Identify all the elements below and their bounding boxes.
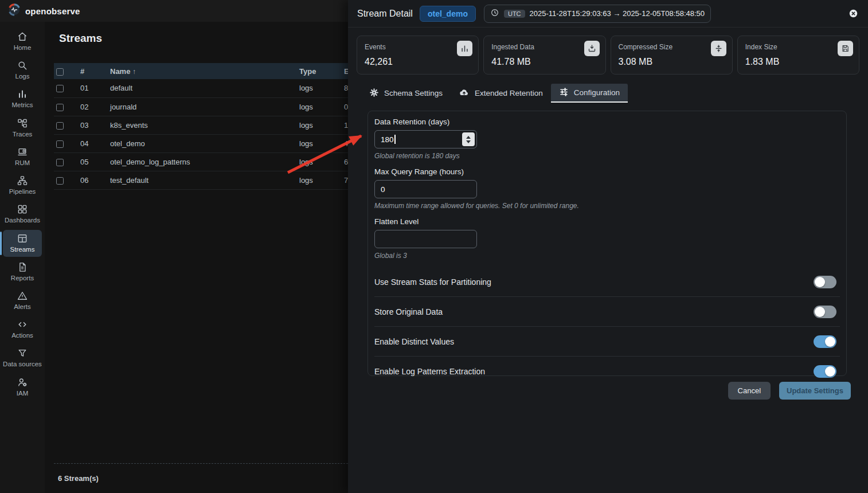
row-checkbox[interactable] bbox=[56, 85, 64, 92]
col-type[interactable]: Type bbox=[297, 63, 342, 79]
number-stepper[interactable] bbox=[462, 132, 475, 146]
search-icon bbox=[17, 60, 28, 71]
col-events[interactable]: Events bbox=[342, 63, 348, 79]
max-query-range-field bbox=[374, 180, 477, 198]
stat-label: Ingested Data bbox=[491, 41, 597, 51]
table-header-row: # Name ↑ Type Events bbox=[54, 63, 348, 79]
sidebar-item-dashboards[interactable]: Dashboards bbox=[3, 201, 42, 228]
sidebar-item-logs[interactable]: Logs bbox=[3, 57, 42, 84]
brand-logo[interactable]: openobserve bbox=[8, 3, 80, 18]
sidebar-item-streams[interactable]: Streams bbox=[3, 230, 42, 257]
sidebar-item-reports[interactable]: Reports bbox=[3, 259, 42, 285]
time-range-text: 2025-11-28T15:29:03:63 → 2025-12-05T08:5… bbox=[530, 9, 705, 18]
streams-table-icon bbox=[17, 233, 28, 244]
stream-detail-panel: Stream Detail otel_demo UTC 2025-11-28T1… bbox=[348, 0, 868, 493]
table-row[interactable]: 06 test_default logs 7 bbox=[54, 171, 348, 189]
col-name[interactable]: Name ↑ bbox=[108, 63, 297, 79]
toggle-row-stream-stats: Use Stream Stats for Partitioning bbox=[374, 267, 840, 297]
row-index: 04 bbox=[78, 134, 108, 152]
sidebar-item-rum[interactable]: RUM bbox=[3, 143, 42, 170]
stream-type: logs bbox=[297, 152, 342, 171]
update-settings-button[interactable]: Update Settings bbox=[779, 382, 851, 400]
row-index: 02 bbox=[78, 97, 108, 116]
sidebar-item-pipelines[interactable]: Pipelines bbox=[3, 172, 42, 199]
data-retention-field bbox=[374, 130, 477, 148]
timezone-chip: UTC bbox=[504, 10, 525, 18]
row-checkbox[interactable] bbox=[56, 104, 64, 111]
table-row[interactable]: 04 otel_demo logs 42 bbox=[54, 134, 348, 152]
sidebar-label: Actions bbox=[11, 332, 33, 339]
download-tray-icon[interactable] bbox=[584, 41, 600, 56]
form-actions: Cancel Update Settings bbox=[728, 382, 851, 400]
home-icon bbox=[17, 31, 28, 42]
row-checkbox[interactable] bbox=[56, 159, 64, 166]
time-range-picker[interactable]: UTC 2025-11-28T15:29:03:63 → 2025-12-05T… bbox=[484, 5, 711, 23]
table-row[interactable]: 01 default logs 87 bbox=[54, 79, 348, 97]
stat-value: 3.08 MB bbox=[619, 57, 725, 67]
stat-value: 1.83 MB bbox=[745, 57, 851, 67]
cancel-button[interactable]: Cancel bbox=[728, 382, 771, 400]
stepper-down-icon[interactable] bbox=[466, 140, 471, 143]
stream-type: logs bbox=[297, 116, 342, 134]
sidebar-item-metrics[interactable]: Metrics bbox=[3, 85, 42, 112]
sidebar-item-traces[interactable]: Traces bbox=[3, 115, 42, 142]
compress-arrows-icon[interactable] bbox=[711, 41, 726, 56]
sidebar-item-home[interactable]: Home bbox=[3, 28, 42, 55]
stream-name: default bbox=[108, 79, 297, 97]
sidebar-label: Traces bbox=[13, 131, 33, 138]
row-checkbox[interactable] bbox=[56, 177, 64, 185]
col-index[interactable]: # bbox=[78, 63, 108, 79]
sidebar-label: Data sources bbox=[3, 361, 42, 368]
stepper-up-icon[interactable] bbox=[466, 136, 471, 139]
tab-extended-retention[interactable]: Extended Retention bbox=[451, 84, 551, 103]
sidebar-item-data-sources[interactable]: Data sources bbox=[3, 345, 42, 371]
stream-name: k8s_events bbox=[108, 116, 297, 134]
user-gear-icon bbox=[17, 377, 28, 388]
tab-label: Extended Retention bbox=[475, 89, 543, 97]
sidebar-item-actions[interactable]: Actions bbox=[3, 316, 42, 343]
stat-label: Compressed Size bbox=[619, 41, 725, 51]
save-disk-icon[interactable] bbox=[838, 41, 853, 56]
sidebar: Home Logs Metrics Traces RUM Pipelines D… bbox=[0, 22, 45, 493]
store-original-data-toggle[interactable] bbox=[814, 306, 836, 318]
sort-asc-icon: ↑ bbox=[132, 68, 136, 76]
table-row[interactable]: 03 k8s_events logs 12 bbox=[54, 116, 348, 134]
flatten-level-label: Flatten Level bbox=[374, 217, 840, 226]
cloud-upload-icon bbox=[459, 88, 470, 99]
flatten-level-input[interactable] bbox=[374, 230, 477, 248]
toggle-label: Enable Log Patterns Extraction bbox=[374, 367, 485, 376]
row-checkbox[interactable] bbox=[56, 122, 64, 130]
stream-stats-toggle[interactable] bbox=[814, 276, 836, 288]
dashboard-grid-icon bbox=[17, 204, 28, 215]
log-patterns-toggle[interactable] bbox=[814, 365, 836, 378]
toggle-label: Use Stream Stats for Partitioning bbox=[374, 277, 491, 287]
tab-configuration[interactable]: Configuration bbox=[551, 84, 628, 103]
stream-events: 7 bbox=[342, 171, 348, 189]
table-row[interactable]: 02 journald logs 0 bbox=[54, 97, 348, 116]
sidebar-label: RUM bbox=[15, 159, 30, 167]
table-row[interactable]: 05 otel_demo_log_patterns logs 67 bbox=[54, 152, 348, 171]
text-cursor bbox=[394, 135, 396, 144]
toggle-list: Use Stream Stats for Partitioning Store … bbox=[374, 267, 840, 386]
sidebar-item-alerts[interactable]: Alerts bbox=[3, 287, 42, 314]
row-checkbox[interactable] bbox=[56, 140, 64, 148]
bar-chart-icon[interactable] bbox=[457, 41, 472, 56]
toggle-row-store-original: Store Original Data bbox=[374, 297, 840, 327]
sidebar-label: Streams bbox=[10, 246, 35, 253]
close-icon[interactable] bbox=[848, 8, 859, 19]
max-query-range-input[interactable] bbox=[374, 180, 477, 198]
stat-card-index: Index Size 1.83 MB bbox=[737, 36, 859, 75]
stream-type: logs bbox=[297, 134, 342, 152]
stream-name-badge[interactable]: otel_demo bbox=[420, 6, 476, 22]
toggle-label: Store Original Data bbox=[374, 307, 443, 316]
warning-triangle-icon bbox=[17, 290, 28, 302]
distinct-values-toggle[interactable] bbox=[814, 335, 836, 348]
tab-schema-settings[interactable]: Schema Settings bbox=[361, 84, 451, 103]
select-all-checkbox[interactable] bbox=[56, 68, 64, 76]
sidebar-label: Metrics bbox=[11, 101, 33, 109]
sidebar-label: Pipelines bbox=[9, 188, 36, 195]
sidebar-item-iam[interactable]: IAM bbox=[3, 374, 42, 401]
trace-nodes-icon bbox=[17, 118, 28, 129]
funnel-icon bbox=[17, 347, 28, 359]
sidebar-label: Home bbox=[14, 44, 32, 52]
